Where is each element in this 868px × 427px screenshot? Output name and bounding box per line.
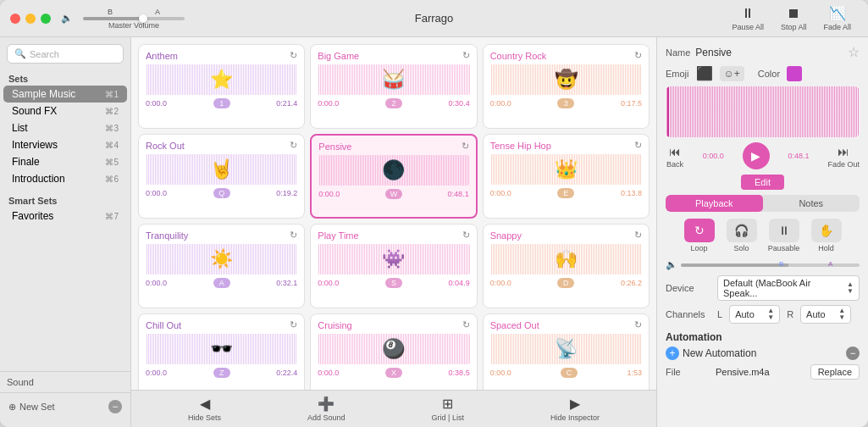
new-set-button[interactable]: ⊕ New Set (8, 402, 55, 413)
minimize-button[interactable] (25, 14, 36, 24)
sound-card-anthem[interactable]: Anthem ↻ ⭐ 0:00.0 1 0:21.4 (138, 44, 305, 129)
channel-r-value[interactable]: Auto ▲ ▼ (800, 305, 851, 324)
emoji-cruising: 🎱 (382, 338, 405, 360)
key-badge-country-rock: 3 (557, 98, 574, 108)
close-button[interactable] (10, 14, 20, 24)
channel-l-value[interactable]: Auto ▲ ▼ (729, 305, 780, 324)
loop-icon-pensive[interactable]: ↻ (462, 141, 469, 152)
hide-sets-button[interactable]: ◀ Hide Sets (188, 396, 221, 422)
loop-button[interactable]: ↻ Loop (681, 219, 718, 252)
pause-all-button[interactable]: ⏸ Pause All (725, 3, 771, 35)
channel-l-stepper[interactable]: ▲ ▼ (767, 308, 774, 321)
loop-icon-rock-out[interactable]: ↻ (290, 140, 297, 151)
hide-inspector-button[interactable]: ▶ Hide Inspector (550, 396, 600, 422)
sound-card-country-rock[interactable]: Country Rock ↻ 🤠 0:00.0 3 0:17.5 (483, 44, 650, 129)
sound-card-spaced-out[interactable]: Spaced Out ↻ 📡 0:00.0 C 1:53 (483, 313, 650, 390)
sidebar-item-shortcut-interviews: ⌘4 (105, 141, 119, 150)
sound-grid-area: Anthem ↻ ⭐ 0:00.0 1 0:21.4 (131, 37, 656, 427)
master-volume-label: Master Volume (108, 21, 159, 30)
pausable-button[interactable]: ⏸ Pausable (766, 219, 803, 252)
waveform-play-time: 👾 (318, 242, 469, 276)
new-set-icon: ⊕ (8, 402, 16, 413)
inspector-tabs: Playback Notes (666, 195, 860, 212)
remove-automation-button[interactable]: − (846, 347, 860, 360)
volume-thumb (139, 14, 147, 23)
channel-r-down[interactable]: ▼ (838, 314, 845, 321)
volume-control: 🔈 B A Master Volume (61, 8, 185, 30)
time-end-play-time: 0:04.9 (449, 279, 470, 287)
device-stepper[interactable]: ▲ ▼ (847, 281, 854, 295)
sidebar-item-sample-music[interactable]: Sample Music ⌘1 (3, 86, 127, 103)
channel-r-stepper[interactable]: ▲ ▼ (838, 308, 845, 321)
device-value[interactable]: Default (MacBook Air Speak... ▲ ▼ (717, 275, 860, 301)
sidebar-item-introduction[interactable]: Introduction ⌘6 (3, 170, 127, 187)
solo-button[interactable]: 🎧 Solo (723, 219, 760, 252)
playback-volume-slider[interactable]: B A (681, 263, 860, 267)
sound-card-spaced-out-header: Spaced Out ↻ (490, 319, 642, 330)
sound-card-name-tranquility: Tranquility (146, 230, 188, 241)
emoji-snappy: 🙌 (555, 248, 578, 270)
remove-set-button[interactable]: − (108, 400, 122, 413)
loop-icon-tranquility[interactable]: ↻ (290, 230, 297, 241)
inspector-transport: ⏮ Back 0:00.0 ▶ 0:48.1 ⏭ Fade Out (666, 142, 860, 169)
search-box[interactable]: 🔍 Search (7, 44, 124, 64)
loop-icon-big-game[interactable]: ↻ (462, 50, 470, 61)
sound-card-snappy-header: Snappy ↻ (490, 230, 642, 241)
loop-icon-play-time[interactable]: ↻ (462, 230, 470, 241)
tab-playback[interactable]: Playback (666, 195, 763, 212)
sidebar-item-favorites[interactable]: Favorites ⌘7 (3, 208, 127, 225)
sound-card-cruising[interactable]: Cruising ↻ 🎱 0:00.0 X 0:38.5 (310, 313, 477, 390)
sound-card-play-time[interactable]: Play Time ↻ 👾 0:00.0 S 0:04.9 (310, 224, 477, 308)
loop-icon-cruising[interactable]: ↻ (462, 319, 470, 330)
sound-card-tranquility[interactable]: Tranquility ↻ ☀️ 0:00.0 A 0:32.1 (138, 224, 305, 308)
time-end-snappy: 0:26.2 (621, 279, 642, 287)
loop-icon-spaced-out[interactable]: ↻ (634, 319, 642, 330)
hold-button[interactable]: ✋ Hold (808, 219, 845, 252)
stop-all-button[interactable]: ⏹ Stop All (774, 3, 814, 35)
sound-card-snappy[interactable]: Snappy ↻ 🙌 0:00.0 D 0:26.2 (483, 224, 650, 308)
maximize-button[interactable] (41, 14, 51, 24)
file-label: File (666, 367, 712, 377)
sidebar-item-interviews[interactable]: Interviews ⌘4 (3, 136, 127, 153)
solo-label: Solo (733, 244, 749, 252)
add-automation-button[interactable]: + (666, 347, 679, 360)
time-start-spaced-out: 0:00.0 (490, 369, 511, 377)
loop-icon-chill-out[interactable]: ↻ (290, 319, 297, 330)
volume-icon: 🔈 (61, 13, 73, 24)
loop-icon-country-rock[interactable]: ↻ (634, 50, 642, 61)
sound-card-rock-out[interactable]: Rock Out ↻ 🤘 0:00.0 Q 0:19.2 (138, 134, 305, 219)
sidebar-item-name-introduction: Introduction (12, 173, 65, 185)
add-sound-button[interactable]: ➕ Add Sound (307, 396, 346, 422)
sidebar-item-finale[interactable]: Finale ⌘5 (3, 153, 127, 170)
loop-icon-anthem[interactable]: ↻ (290, 50, 297, 61)
color-swatch[interactable] (787, 66, 802, 81)
favorite-button[interactable]: ☆ (848, 44, 860, 60)
channel-r-text: Auto (806, 309, 826, 319)
loop-icon-snappy[interactable]: ↻ (634, 230, 642, 241)
fade-out-button[interactable]: ⏭ (834, 143, 853, 160)
replace-button[interactable]: Replace (810, 364, 860, 380)
sound-card-pensive[interactable]: Pensive ↻ 🌑 0:00.0 W 0:48.1 (310, 134, 477, 219)
loop-icon-tense-hip-hop[interactable]: ↻ (634, 140, 642, 151)
back-button[interactable]: ⏮ (666, 143, 684, 160)
emoji-add-button[interactable]: ☺+ (720, 66, 744, 81)
sets-label: Sets (0, 72, 130, 86)
add-sound-label: Add Sound (307, 413, 346, 422)
volume-label-a: A (155, 8, 160, 16)
sound-card-chill-out[interactable]: Chill Out ↻ 🕶️ 0:00.0 Z 0:22.4 (138, 313, 305, 390)
sound-card-name-anthem: Anthem (146, 51, 178, 61)
stop-icon: ⏹ (787, 6, 800, 21)
device-down[interactable]: ▼ (847, 288, 854, 295)
sidebar-item-list[interactable]: List ⌘3 (3, 119, 127, 136)
tab-notes[interactable]: Notes (763, 195, 860, 212)
channel-l-down[interactable]: ▼ (767, 314, 774, 321)
play-button[interactable]: ▶ (743, 142, 770, 169)
sound-card-tense-hip-hop[interactable]: Tense Hip Hop ↻ 👑 0:00.0 E 0:13.8 (483, 134, 650, 219)
master-volume-slider[interactable] (83, 17, 185, 20)
fade-all-button[interactable]: 📉 Fade All (816, 2, 858, 35)
edit-button[interactable]: Edit (741, 175, 784, 190)
grid-list-button[interactable]: ⊞ Grid | List (432, 396, 464, 422)
sound-card-tranquility-header: Tranquility ↻ (146, 230, 297, 241)
sound-card-big-game[interactable]: Big Game ↻ 🥁 0:00.0 2 0:30.4 (310, 44, 477, 129)
sidebar-item-sound-fx[interactable]: Sound FX ⌘2 (3, 103, 127, 119)
